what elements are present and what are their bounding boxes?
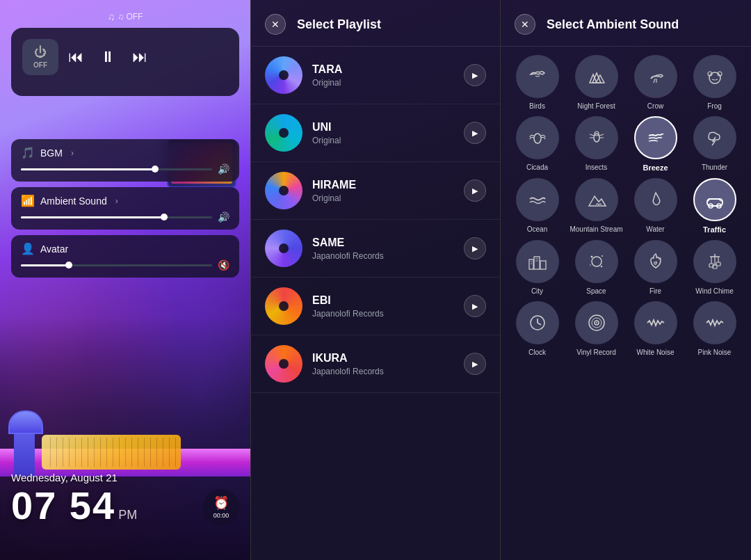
bgm-chevron: ›: [71, 148, 74, 158]
track-info-same: SAME Japanolofi Records: [312, 237, 454, 261]
album-art-same: [265, 230, 302, 267]
vinyl-record-icon: [586, 312, 607, 333]
power-button[interactable]: ⏻ OFF: [22, 39, 58, 75]
track-info-uni: UNI Original: [312, 121, 454, 145]
breeze-icon: [645, 127, 666, 148]
scene-keyboard: [42, 435, 181, 470]
ocean-icon: [527, 189, 548, 210]
track-name-tara: TARA: [312, 63, 454, 76]
pink-noise-label: Pink Noise: [698, 349, 732, 357]
ambient-item-water[interactable]: Water: [629, 178, 682, 234]
play-button-same[interactable]: ▶: [464, 237, 486, 259]
track-name-uni: UNI: [312, 121, 454, 134]
clock-label: Clock: [528, 349, 546, 357]
alarm-icon: ⏰: [213, 495, 229, 511]
ambient-slider-row: 🔊: [21, 211, 229, 223]
playlist-item-same[interactable]: SAME Japanolofi Records ▶: [251, 220, 500, 278]
bgm-slider-track[interactable]: [21, 168, 212, 170]
ambient-circle-birds: [516, 55, 559, 98]
pause-button[interactable]: ⏸: [100, 48, 115, 66]
power-label: OFF: [33, 61, 47, 69]
playlist-close-button[interactable]: ✕: [265, 14, 286, 35]
ambient-item-fire[interactable]: Fire: [629, 240, 682, 296]
thunder-icon: [704, 127, 725, 148]
ambient-item-thunder[interactable]: Thunder: [688, 116, 741, 173]
track-info-tara: TARA Original: [312, 63, 454, 88]
ambient-circle-pink-noise: [693, 301, 736, 344]
ambient-slider-track[interactable]: [21, 216, 212, 218]
play-button-ikura[interactable]: ▶: [464, 353, 486, 375]
insects-icon: [586, 127, 607, 148]
track-label-uni: Original: [312, 136, 454, 145]
alarm-button[interactable]: ⏰ 00:00: [203, 489, 239, 525]
ambient-circle-water: [634, 178, 677, 221]
panel3-content: ✕ Select Ambient Sound Birds Ni: [501, 0, 751, 560]
svg-point-8: [534, 134, 541, 143]
ambient-item-space[interactable]: Space: [570, 240, 623, 296]
night-forest-icon: [586, 66, 607, 87]
ambient-item-pink-noise[interactable]: Pink Noise: [688, 301, 741, 357]
music-status-text: ♫ OFF: [118, 12, 143, 22]
time-hour-minute: 07 54: [11, 486, 115, 525]
music-player-panel: ♫ ♫ OFF ⏻ OFF ⏮ ⏸ ⏭ 🎵 BGM ›: [0, 0, 250, 560]
cicada-label: Cicada: [526, 163, 548, 172]
ambient-item-breeze[interactable]: Breeze: [629, 116, 682, 173]
scene-microphone: [14, 421, 35, 477]
playlist-item-uni[interactable]: UNI Original ▶: [251, 104, 500, 162]
ambient-circle-crow: [634, 55, 677, 98]
breeze-label: Breeze: [643, 163, 668, 173]
ambient-volume-icon: 🔊: [218, 211, 229, 223]
ambient-item-ocean[interactable]: Ocean: [510, 178, 564, 234]
ambient-item-wind-chime[interactable]: Wind Chime: [688, 240, 741, 296]
play-button-hirame[interactable]: ▶: [464, 179, 486, 202]
ambient-item-white-noise[interactable]: White Noise: [629, 301, 682, 357]
ambient-circle-traffic: [693, 178, 736, 221]
fire-label: Fire: [649, 287, 661, 296]
player-top-row: ⏻ OFF ⏮ ⏸ ⏭: [22, 39, 228, 75]
playlist-item-tara[interactable]: TARA Original ▶: [251, 47, 500, 104]
ambient-circle-white-noise: [634, 301, 677, 344]
ambient-close-button[interactable]: ✕: [515, 14, 535, 35]
ambient-item-night-forest[interactable]: Night Forest: [570, 55, 623, 111]
vinyl-record-label: Vinyl Record: [576, 349, 616, 357]
play-button-tara[interactable]: ▶: [464, 64, 486, 86]
play-button-uni[interactable]: ▶: [464, 122, 486, 144]
ambient-item-cicada[interactable]: Cicada: [510, 116, 564, 173]
play-button-ebi[interactable]: ▶: [464, 295, 486, 317]
forward-button[interactable]: ⏭: [132, 48, 147, 66]
wind-chime-label: Wind Chime: [695, 287, 733, 296]
music-status-badge: ♫ ♫ OFF: [108, 11, 143, 22]
playlist-item-ebi[interactable]: EBI Japanolofi Records ▶: [251, 278, 500, 335]
traffic-icon: [704, 189, 725, 210]
avatar-slider-row: 🔇: [21, 259, 229, 271]
avatar-slider-fill: [21, 264, 69, 266]
ambient-circle-breeze: [634, 116, 677, 159]
time-display: 07 54 PM: [11, 486, 137, 525]
ambient-circle-thunder: [693, 116, 736, 159]
svg-point-21: [592, 257, 601, 266]
ambient-item-vinyl-record[interactable]: Vinyl Record: [570, 301, 623, 357]
ambient-item-clock[interactable]: Clock: [510, 301, 564, 357]
ambient-circle-night-forest: [575, 55, 618, 98]
ambient-item-traffic[interactable]: Traffic: [688, 178, 741, 234]
ambient-item-birds[interactable]: Birds: [510, 55, 564, 111]
ambient-item-insects[interactable]: Insects: [570, 116, 623, 173]
playlist-header: ✕ Select Playlist: [251, 0, 500, 47]
playlist-item-ikura[interactable]: IKURA Japanolofi Records ▶: [251, 335, 500, 393]
birds-icon: [527, 66, 548, 87]
ambient-item-frog[interactable]: Frog: [688, 55, 741, 111]
water-label: Water: [646, 225, 664, 234]
ambient-item-crow[interactable]: Crow: [629, 55, 682, 111]
playlist-item-hirame[interactable]: HIRAME Original ▶: [251, 162, 500, 220]
city-icon: [527, 251, 548, 272]
ambient-item-city[interactable]: City: [510, 240, 564, 296]
power-icon: ⏻: [34, 45, 47, 60]
ambient-item-mountain-stream[interactable]: Mountain Stream: [570, 178, 623, 234]
playlist-list: TARA Original ▶ UNI Original ▶ HIRAME Or…: [251, 47, 500, 560]
ambient-header: ✕ Select Ambient Sound: [501, 0, 751, 47]
cicada-icon: [527, 127, 548, 148]
album-art-ebi: [265, 287, 302, 325]
avatar-slider-track[interactable]: [21, 264, 212, 266]
ambient-circle-cicada: [516, 116, 559, 159]
rewind-button[interactable]: ⏮: [68, 48, 83, 66]
